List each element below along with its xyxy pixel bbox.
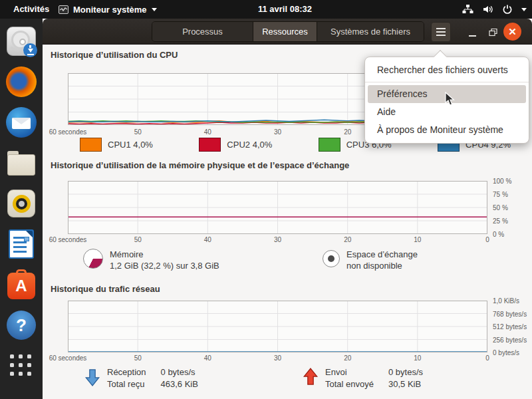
dock-item-help[interactable]: ? (5, 309, 37, 341)
dock-item-firefox[interactable] (5, 66, 37, 98)
x-tick-label: 60 secondes (49, 354, 87, 362)
download-arrow-icon (84, 366, 100, 388)
hamburger-menu-button[interactable] (431, 22, 451, 42)
dock-item-files[interactable] (5, 147, 37, 179)
dock-item-show-applications[interactable] (5, 350, 37, 382)
minimize-button[interactable] (464, 24, 480, 40)
memory-pie-icon (83, 249, 103, 269)
cpu-color-swatch[interactable] (319, 138, 340, 152)
restore-button[interactable] (485, 24, 501, 40)
x-tick-label: 10 (414, 236, 421, 243)
files-icon (7, 154, 35, 176)
chevron-down-icon (152, 8, 157, 11)
x-tick-label: 60 secondes (49, 236, 87, 243)
network-section-title: Historique du trafic réseau (51, 284, 160, 294)
y-tick-label: 100 % (493, 178, 511, 185)
system-monitor-window: ProcessusRessourcesSystèmes de fichiers … (43, 19, 532, 399)
x-tick-label: 20 (344, 128, 351, 136)
memory-section-title: Historique d’utilisation de la mémoire p… (51, 160, 349, 170)
memory-x-axis: 60 secondes50403020100 (68, 236, 487, 245)
app-menu-label: Moniteur système (73, 5, 147, 15)
x-tick-label: 40 (204, 128, 211, 136)
x-tick-label: 50 (134, 128, 142, 136)
swap-legend-item: Espace d’échange non disponible (323, 249, 418, 271)
app-menu[interactable]: Moniteur système (59, 0, 157, 19)
chevron-down-icon (521, 8, 527, 11)
send-label: Envoi (325, 366, 374, 378)
tab-processus[interactable]: Processus (152, 22, 253, 41)
dock-item-ubuntu-software[interactable]: A (5, 269, 37, 301)
install-ubuntu-icon (7, 27, 36, 56)
network-icon (462, 4, 473, 15)
x-tick-label: 0 (485, 236, 489, 243)
tab-ressources[interactable]: Ressources (253, 22, 317, 41)
titlebar[interactable]: ProcessusRessourcesSystèmes de fichiers … (43, 19, 532, 45)
dock-item-libreoffice-writer[interactable] (5, 228, 37, 260)
y-tick-label: 0 bytes/s (493, 349, 519, 356)
tab-syst-mes-de-fichiers[interactable]: Systèmes de fichiers (317, 22, 424, 41)
app-grid-icon (10, 354, 33, 377)
total-received-value: 463,6 KiB (161, 378, 198, 390)
menu-separator (365, 82, 529, 82)
dock-item-thunderbird[interactable] (5, 106, 37, 138)
x-tick-label: 30 (274, 236, 281, 243)
network-x-axis: 60 secondes50403020100 (68, 354, 487, 364)
memory-legend-label: Mémoire (110, 249, 219, 260)
y-tick-label: 768 bytes/s (493, 311, 527, 318)
menu-item-rechercher-des-fichiers-ouverts[interactable]: Rechercher des fichiers ouverts (368, 61, 526, 79)
activities-button[interactable]: Activités (8, 0, 55, 19)
x-tick-label: 10 (414, 354, 421, 362)
total-received-label: Total reçu (107, 378, 146, 390)
x-tick-label: 50 (134, 354, 142, 362)
swap-icon (323, 250, 340, 267)
x-tick-label: 20 (344, 236, 351, 243)
download-badge-icon (23, 43, 37, 57)
y-tick-label: 512 bytes/s (493, 323, 527, 331)
system-tray[interactable] (462, 0, 527, 19)
cpu-legend-item-cpu1: CPU1 4,0% (80, 138, 153, 152)
dock-item-rhythmbox[interactable] (5, 188, 37, 219)
memory-legend-detail: 1,2 GiB (32,2 %) sur 3,8 GiB (110, 260, 219, 271)
clock[interactable]: 11 avril 08:32 (258, 0, 312, 19)
rhythmbox-icon (7, 190, 35, 217)
menu-item--propos-de-moniteur-syst-me[interactable]: À propos de Moniteur système (368, 121, 526, 139)
cpu-color-swatch[interactable] (80, 138, 102, 152)
network-receive-legend: Réception Total reçu 0 bytes/s 463,6 KiB (84, 366, 198, 390)
swap-legend-detail: non disponible (346, 260, 418, 271)
x-tick-label: 50 (134, 236, 142, 243)
libreoffice-writer-icon (9, 229, 34, 259)
cpu-legend-text: CPU1 4,0% (108, 140, 153, 150)
x-tick-label: 0 (485, 354, 489, 362)
send-rate: 0 bytes/s (388, 366, 423, 378)
y-tick-label: 256 bytes/s (493, 336, 527, 344)
swap-legend-label: Espace d’échange (346, 249, 418, 260)
cpu-section-title: Historique d’utilisation du CPU (51, 50, 178, 60)
x-tick-label: 20 (344, 354, 351, 362)
network-send-legend: Envoi Total envoyé 0 bytes/s 30,5 KiB (303, 366, 423, 390)
upload-arrow-icon (303, 366, 319, 388)
x-tick-label: 60 secondes (49, 128, 87, 136)
view-tabs: ProcessusRessourcesSystèmes de fichiers (152, 21, 424, 42)
dock-item-install-ubuntu[interactable] (5, 25, 37, 57)
y-tick-label: 25 % (493, 217, 508, 225)
system-monitor-icon (59, 5, 68, 14)
receive-label: Réception (107, 366, 146, 378)
cpu-legend-text: CPU2 4,0% (227, 140, 272, 150)
top-bar: Activités Moniteur système 11 avril 08:3… (0, 0, 532, 19)
cpu-legend-item-cpu2: CPU2 4,0% (199, 138, 272, 152)
close-button[interactable]: ✕ (503, 23, 521, 41)
help-icon: ? (7, 311, 36, 340)
total-sent-value: 30,5 KiB (388, 378, 423, 390)
ubuntu-software-icon: A (7, 273, 35, 299)
x-tick-label: 40 (204, 236, 211, 243)
x-tick-label: 30 (274, 354, 281, 362)
y-tick-label: 50 % (493, 204, 508, 211)
cpu-color-swatch[interactable] (199, 138, 221, 152)
mouse-cursor (445, 92, 456, 106)
firefox-icon (6, 66, 37, 97)
x-tick-label: 40 (204, 354, 211, 362)
memory-legend-item: Mémoire 1,2 GiB (32,2 %) sur 3,8 GiB (83, 249, 219, 271)
receive-rate: 0 bytes/s (161, 366, 198, 378)
y-tick-label: 75 % (493, 191, 508, 198)
total-sent-label: Total envoyé (325, 378, 374, 390)
